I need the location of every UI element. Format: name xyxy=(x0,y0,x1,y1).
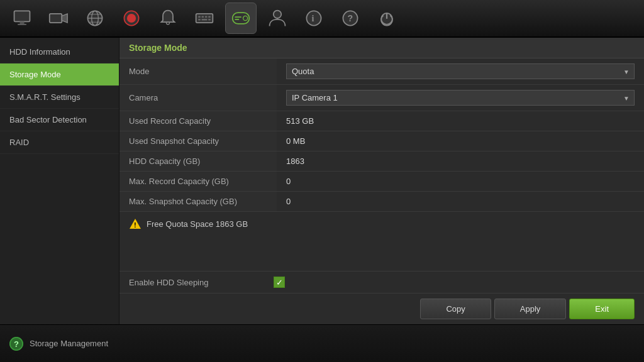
exit-button[interactable]: Exit xyxy=(569,299,635,319)
sidebar-item-smart-settings[interactable]: S.M.A.R.T. Settings xyxy=(0,86,119,109)
svg-rect-0 xyxy=(14,11,30,21)
hdd-capacity-row: HDD Capacity (GB) 1863 xyxy=(119,151,644,172)
svg-text:!: ! xyxy=(134,221,136,229)
max-record-value: 0 xyxy=(277,172,644,192)
used-snapshot-row: Used Snapshot Capacity 0 MB xyxy=(119,131,644,151)
toolbar: i ? xyxy=(0,0,644,38)
warning-row: ! Free Quota Space 1863 GB xyxy=(119,212,644,236)
svg-rect-18 xyxy=(202,19,208,21)
mode-label: Mode xyxy=(119,58,277,85)
sidebar: HDD Information Storage Mode S.M.A.R.T. … xyxy=(0,38,119,324)
svg-rect-16 xyxy=(208,16,211,18)
bell-icon[interactable] xyxy=(152,3,184,34)
used-record-row: Used Record Capacity 513 GB xyxy=(119,111,644,131)
record-icon[interactable] xyxy=(116,3,147,34)
person-icon[interactable] xyxy=(262,3,293,34)
camera-icon[interactable] xyxy=(43,3,74,34)
info-icon[interactable]: i xyxy=(298,3,330,34)
svg-rect-14 xyxy=(202,16,204,18)
globe-icon[interactable] xyxy=(79,3,111,34)
svg-rect-23 xyxy=(235,19,239,20)
hdd-sleeping-checkbox[interactable]: ✓ xyxy=(274,277,285,288)
hdd-capacity-label: HDD Capacity (GB) xyxy=(119,151,277,172)
content-header: Storage Mode xyxy=(119,38,644,58)
svg-marker-4 xyxy=(62,14,67,23)
mode-row: Mode Quota Group xyxy=(119,58,644,85)
svg-rect-3 xyxy=(50,14,62,23)
used-snapshot-label: Used Snapshot Capacity xyxy=(119,131,277,151)
max-record-row: Max. Record Capacity (GB) 0 xyxy=(119,172,644,192)
svg-text:?: ? xyxy=(14,339,19,349)
svg-rect-1 xyxy=(19,21,24,24)
warning-icon: ! xyxy=(129,218,142,229)
max-snapshot-row: Max. Snapshot Capacity (GB) 0 xyxy=(119,192,644,212)
svg-rect-19 xyxy=(208,19,211,21)
svg-rect-22 xyxy=(235,16,242,18)
sidebar-item-bad-sector-detection[interactable]: Bad Sector Detection xyxy=(0,109,119,131)
hdd-capacity-value: 1863 xyxy=(277,151,644,172)
hdd-sleeping-row: Enable HDD Sleeping ✓ xyxy=(119,271,644,293)
power-icon[interactable] xyxy=(371,3,402,34)
content-body: Mode Quota Group Camera xyxy=(119,58,644,271)
svg-text:i: i xyxy=(311,13,314,23)
svg-rect-15 xyxy=(205,16,208,18)
used-record-label: Used Record Capacity xyxy=(119,111,277,131)
svg-text:?: ? xyxy=(348,13,353,23)
warning-text: Free Quota Space 1863 GB xyxy=(147,219,248,229)
used-record-value: 513 GB xyxy=(277,111,644,131)
sidebar-item-hdd-information[interactable]: HDD Information xyxy=(0,41,119,63)
copy-button[interactable]: Copy xyxy=(420,299,491,319)
mode-select[interactable]: Quota Group xyxy=(286,63,635,79)
svg-rect-13 xyxy=(198,16,201,18)
max-record-label: Max. Record Capacity (GB) xyxy=(119,172,277,192)
svg-point-11 xyxy=(127,14,136,23)
camera-row: Camera IP Camera 1 IP Camera 2 xyxy=(119,85,644,111)
max-snapshot-label: Max. Snapshot Capacity (GB) xyxy=(119,192,277,212)
svg-rect-12 xyxy=(196,14,213,23)
camera-value: IP Camera 1 IP Camera 2 xyxy=(277,85,644,111)
camera-select[interactable]: IP Camera 1 IP Camera 2 xyxy=(286,90,635,106)
keyboard-icon[interactable] xyxy=(189,3,220,34)
used-snapshot-value: 0 MB xyxy=(277,131,644,151)
svg-rect-17 xyxy=(198,19,201,21)
svg-rect-2 xyxy=(18,24,26,25)
status-bar: ? Storage Management xyxy=(0,324,644,362)
svg-rect-20 xyxy=(233,13,250,24)
form-table: Mode Quota Group Camera xyxy=(119,58,644,212)
apply-button[interactable]: Apply xyxy=(494,299,567,319)
max-snapshot-value: 0 xyxy=(277,192,644,212)
monitor-icon[interactable] xyxy=(6,3,38,34)
mode-value: Quota Group xyxy=(277,58,644,85)
camera-label: Camera xyxy=(119,85,277,111)
sidebar-item-storage-mode[interactable]: Storage Mode xyxy=(0,63,119,86)
hdd-sleeping-label: Enable HDD Sleeping xyxy=(129,278,267,287)
main-area: HDD Information Storage Mode S.M.A.R.T. … xyxy=(0,38,644,324)
sidebar-item-raid[interactable]: RAID xyxy=(0,131,119,154)
question-icon[interactable]: ? xyxy=(335,3,366,34)
content-panel: Storage Mode Mode Quota Group xyxy=(119,38,644,324)
status-label: Storage Management xyxy=(30,339,108,348)
svg-point-24 xyxy=(274,11,281,18)
hdd-icon[interactable] xyxy=(225,3,257,34)
button-row: Copy Apply Exit xyxy=(119,293,644,324)
status-icon: ? xyxy=(9,337,23,351)
